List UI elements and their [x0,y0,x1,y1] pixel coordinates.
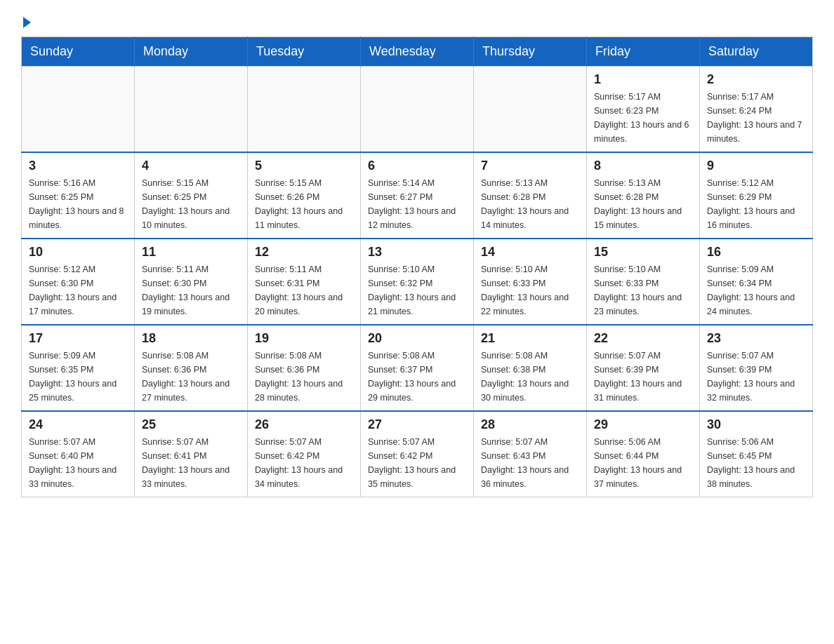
calendar-day-cell: 27Sunrise: 5:07 AM Sunset: 6:42 PM Dayli… [361,411,474,497]
calendar-day-header: Tuesday [248,37,361,67]
day-number: 29 [594,417,692,432]
day-info: Sunrise: 5:07 AM Sunset: 6:40 PM Dayligh… [29,435,127,491]
calendar-table: SundayMondayTuesdayWednesdayThursdayFrid… [21,36,813,497]
calendar-day-cell: 29Sunrise: 5:06 AM Sunset: 6:44 PM Dayli… [587,411,700,497]
calendar-day-cell: 9Sunrise: 5:12 AM Sunset: 6:29 PM Daylig… [700,152,813,239]
calendar-day-cell: 13Sunrise: 5:10 AM Sunset: 6:32 PM Dayli… [361,239,474,325]
day-info: Sunrise: 5:15 AM Sunset: 6:26 PM Dayligh… [255,176,353,232]
calendar-day-header: Friday [587,37,700,67]
day-info: Sunrise: 5:07 AM Sunset: 6:41 PM Dayligh… [142,435,240,491]
day-number: 12 [255,245,353,260]
day-number: 7 [481,159,579,173]
day-info: Sunrise: 5:11 AM Sunset: 6:31 PM Dayligh… [255,262,353,318]
day-number: 16 [707,245,805,260]
calendar-day-cell: 18Sunrise: 5:08 AM Sunset: 6:36 PM Dayli… [135,325,248,411]
calendar-day-cell: 10Sunrise: 5:12 AM Sunset: 6:30 PM Dayli… [22,239,135,325]
calendar-day-header: Sunday [22,37,135,67]
calendar-day-cell [22,67,135,153]
calendar-day-cell: 26Sunrise: 5:07 AM Sunset: 6:42 PM Dayli… [248,411,361,497]
day-number: 4 [142,159,240,173]
day-number: 26 [255,417,353,432]
calendar-day-cell [361,67,474,153]
day-info: Sunrise: 5:13 AM Sunset: 6:28 PM Dayligh… [594,176,692,232]
calendar-day-cell [474,67,587,153]
calendar-day-cell: 21Sunrise: 5:08 AM Sunset: 6:38 PM Dayli… [474,325,587,411]
day-number: 18 [142,331,240,346]
day-number: 8 [594,159,692,173]
day-info: Sunrise: 5:15 AM Sunset: 6:25 PM Dayligh… [142,176,240,232]
calendar-day-cell: 20Sunrise: 5:08 AM Sunset: 6:37 PM Dayli… [361,325,474,411]
day-number: 25 [142,417,240,432]
calendar-day-cell: 16Sunrise: 5:09 AM Sunset: 6:34 PM Dayli… [700,239,813,325]
calendar-week-row: 17Sunrise: 5:09 AM Sunset: 6:35 PM Dayli… [22,325,813,411]
day-info: Sunrise: 5:08 AM Sunset: 6:38 PM Dayligh… [481,349,579,405]
calendar-day-cell: 3Sunrise: 5:16 AM Sunset: 6:25 PM Daylig… [22,152,135,239]
calendar-day-cell [135,67,248,153]
calendar-header-row: SundayMondayTuesdayWednesdayThursdayFrid… [22,37,813,67]
calendar-day-cell: 22Sunrise: 5:07 AM Sunset: 6:39 PM Dayli… [587,325,700,411]
day-number: 27 [368,417,466,432]
day-info: Sunrise: 5:06 AM Sunset: 6:44 PM Dayligh… [594,435,692,491]
day-info: Sunrise: 5:13 AM Sunset: 6:28 PM Dayligh… [481,176,579,232]
calendar-day-cell: 12Sunrise: 5:11 AM Sunset: 6:31 PM Dayli… [248,239,361,325]
day-info: Sunrise: 5:12 AM Sunset: 6:30 PM Dayligh… [29,262,127,318]
day-number: 20 [368,331,466,346]
calendar-day-cell: 2Sunrise: 5:17 AM Sunset: 6:24 PM Daylig… [700,67,813,153]
day-number: 5 [255,159,353,173]
calendar-day-cell [248,67,361,153]
calendar-day-header: Saturday [700,37,813,67]
day-number: 28 [481,417,579,432]
day-info: Sunrise: 5:08 AM Sunset: 6:36 PM Dayligh… [255,349,353,405]
page-header [21,14,813,25]
day-number: 24 [29,417,127,432]
day-info: Sunrise: 5:10 AM Sunset: 6:33 PM Dayligh… [594,262,692,318]
day-number: 17 [29,331,127,346]
day-number: 30 [707,417,805,432]
day-number: 15 [594,245,692,260]
day-info: Sunrise: 5:17 AM Sunset: 6:24 PM Dayligh… [707,90,805,146]
calendar-day-cell: 17Sunrise: 5:09 AM Sunset: 6:35 PM Dayli… [22,325,135,411]
calendar-week-row: 1Sunrise: 5:17 AM Sunset: 6:23 PM Daylig… [22,67,813,153]
calendar-day-cell: 7Sunrise: 5:13 AM Sunset: 6:28 PM Daylig… [474,152,587,239]
day-number: 6 [368,159,466,173]
calendar-day-header: Monday [135,37,248,67]
day-number: 14 [481,245,579,260]
calendar-day-cell: 25Sunrise: 5:07 AM Sunset: 6:41 PM Dayli… [135,411,248,497]
day-info: Sunrise: 5:10 AM Sunset: 6:32 PM Dayligh… [368,262,466,318]
calendar-day-cell: 15Sunrise: 5:10 AM Sunset: 6:33 PM Dayli… [587,239,700,325]
calendar-day-cell: 8Sunrise: 5:13 AM Sunset: 6:28 PM Daylig… [587,152,700,239]
day-number: 13 [368,245,466,260]
calendar-day-cell: 28Sunrise: 5:07 AM Sunset: 6:43 PM Dayli… [474,411,587,497]
calendar-day-cell: 14Sunrise: 5:10 AM Sunset: 6:33 PM Dayli… [474,239,587,325]
logo [21,14,31,25]
day-info: Sunrise: 5:07 AM Sunset: 6:42 PM Dayligh… [368,435,466,491]
calendar-day-cell: 1Sunrise: 5:17 AM Sunset: 6:23 PM Daylig… [587,67,700,153]
day-number: 1 [594,72,692,87]
calendar-week-row: 3Sunrise: 5:16 AM Sunset: 6:25 PM Daylig… [22,152,813,239]
calendar-day-cell: 6Sunrise: 5:14 AM Sunset: 6:27 PM Daylig… [361,152,474,239]
calendar-day-header: Thursday [474,37,587,67]
calendar-day-cell: 19Sunrise: 5:08 AM Sunset: 6:36 PM Dayli… [248,325,361,411]
day-number: 21 [481,331,579,346]
day-info: Sunrise: 5:11 AM Sunset: 6:30 PM Dayligh… [142,262,240,318]
day-info: Sunrise: 5:06 AM Sunset: 6:45 PM Dayligh… [707,435,805,491]
day-info: Sunrise: 5:14 AM Sunset: 6:27 PM Dayligh… [368,176,466,232]
day-info: Sunrise: 5:10 AM Sunset: 6:33 PM Dayligh… [481,262,579,318]
day-info: Sunrise: 5:09 AM Sunset: 6:35 PM Dayligh… [29,349,127,405]
day-info: Sunrise: 5:08 AM Sunset: 6:36 PM Dayligh… [142,349,240,405]
day-info: Sunrise: 5:16 AM Sunset: 6:25 PM Dayligh… [29,176,127,232]
day-number: 9 [707,159,805,173]
day-number: 23 [707,331,805,346]
calendar-day-cell: 11Sunrise: 5:11 AM Sunset: 6:30 PM Dayli… [135,239,248,325]
calendar-week-row: 24Sunrise: 5:07 AM Sunset: 6:40 PM Dayli… [22,411,813,497]
calendar-day-header: Wednesday [361,37,474,67]
day-number: 3 [29,159,127,173]
calendar-day-cell: 23Sunrise: 5:07 AM Sunset: 6:39 PM Dayli… [700,325,813,411]
day-info: Sunrise: 5:07 AM Sunset: 6:43 PM Dayligh… [481,435,579,491]
day-info: Sunrise: 5:07 AM Sunset: 6:39 PM Dayligh… [594,349,692,405]
day-number: 2 [707,72,805,87]
day-info: Sunrise: 5:07 AM Sunset: 6:39 PM Dayligh… [707,349,805,405]
day-info: Sunrise: 5:07 AM Sunset: 6:42 PM Dayligh… [255,435,353,491]
day-info: Sunrise: 5:17 AM Sunset: 6:23 PM Dayligh… [594,90,692,146]
calendar-day-cell: 24Sunrise: 5:07 AM Sunset: 6:40 PM Dayli… [22,411,135,497]
